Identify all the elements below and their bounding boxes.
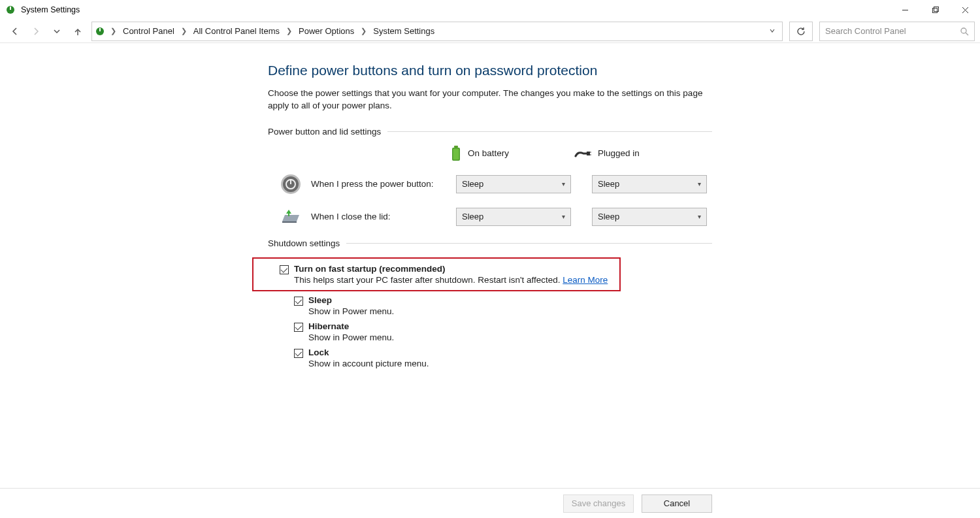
column-label: On battery <box>468 148 509 158</box>
close-lid-icon <box>280 206 302 228</box>
page-title: Define power buttons and turn on passwor… <box>268 63 712 78</box>
select-value: Sleep <box>462 179 483 189</box>
window-title: System Settings <box>21 5 80 14</box>
checkbox-label: Sleep <box>308 295 394 305</box>
svg-rect-4 <box>934 7 938 11</box>
setting-fast-startup: Turn on fast startup (recommended) This … <box>253 263 619 286</box>
chevron-right-icon: ❯ <box>109 27 118 35</box>
power-button-plugged-select[interactable]: Sleep ▾ <box>592 175 707 193</box>
checkbox-description: Show in Power menu. <box>308 331 394 342</box>
svg-point-10 <box>961 28 966 33</box>
battery-icon <box>451 146 461 161</box>
checkbox-hibernate[interactable] <box>294 323 303 332</box>
setting-sleep: Sleep Show in Power menu. <box>268 294 712 317</box>
cancel-button[interactable]: Cancel <box>642 494 712 513</box>
close-lid-plugged-select[interactable]: Sleep ▾ <box>592 208 707 226</box>
column-on-battery: On battery <box>451 146 509 161</box>
close-button[interactable] <box>950 0 980 20</box>
page-description: Choose the power settings that you want … <box>268 88 712 112</box>
minimize-button[interactable] <box>890 0 920 20</box>
chevron-right-icon: ❯ <box>359 27 368 35</box>
forward-button[interactable] <box>29 24 43 39</box>
svg-rect-15 <box>587 152 590 155</box>
up-button[interactable] <box>71 24 85 39</box>
svg-rect-1 <box>10 7 11 10</box>
checkbox-fast-startup[interactable] <box>280 265 289 274</box>
checkbox-lock[interactable] <box>294 349 303 358</box>
section-header-label: Power button and lid settings <box>268 127 381 137</box>
chevron-down-icon: ▾ <box>562 180 565 187</box>
checkbox-label: Lock <box>308 348 429 357</box>
checkbox-description: Show in Power menu. <box>308 305 394 316</box>
row-close-lid: When I close the lid: Sleep ▾ Sleep ▾ <box>268 206 712 228</box>
title-bar: System Settings <box>0 0 980 20</box>
power-button-battery-select[interactable]: Sleep ▾ <box>456 175 571 193</box>
setting-lock: Lock Show in account picture menu. <box>268 346 712 370</box>
control-panel-icon <box>95 26 105 37</box>
chevron-down-icon: ▾ <box>698 180 701 187</box>
divider <box>346 243 712 244</box>
row-label: When I press the power button: <box>311 179 447 189</box>
checkbox-sleep[interactable] <box>294 297 303 306</box>
chevron-down-icon: ▾ <box>562 213 565 220</box>
section-header-power-lid: Power button and lid settings <box>268 127 712 137</box>
close-lid-battery-select[interactable]: Sleep ▾ <box>456 208 571 226</box>
navigation-toolbar: ❯ Control Panel ❯ All Control Panel Item… <box>0 20 980 43</box>
power-button-icon <box>280 173 302 195</box>
svg-rect-3 <box>932 8 937 12</box>
address-dropdown-button[interactable] <box>766 26 778 36</box>
row-label: When I close the lid: <box>311 212 447 221</box>
select-value: Sleep <box>598 212 619 221</box>
content-area: Define power buttons and turn on passwor… <box>0 43 980 488</box>
select-value: Sleep <box>462 212 483 221</box>
footer-buttons: Save changes Cancel <box>0 488 980 518</box>
shutdown-settings-list: Turn on fast startup (recommended) This … <box>268 257 712 370</box>
chevron-down-icon: ▾ <box>698 213 701 220</box>
app-icon <box>5 5 16 15</box>
checkbox-label: Turn on fast startup (recommended) <box>294 264 608 274</box>
breadcrumb-item[interactable]: All Control Panel Items <box>191 25 282 37</box>
chevron-right-icon: ❯ <box>285 27 293 35</box>
column-label: Plugged in <box>598 148 640 158</box>
svg-marker-22 <box>282 215 299 221</box>
svg-rect-14 <box>453 148 459 159</box>
svg-rect-25 <box>288 214 289 216</box>
back-button[interactable] <box>8 24 22 39</box>
select-value: Sleep <box>598 179 619 189</box>
checkbox-description: Show in account picture menu. <box>308 357 429 368</box>
checkbox-label: Hibernate <box>308 321 394 331</box>
highlighted-setting: Turn on fast startup (recommended) This … <box>252 257 621 291</box>
plug-icon <box>574 148 591 159</box>
svg-marker-24 <box>286 210 291 214</box>
section-header-shutdown: Shutdown settings <box>268 238 712 248</box>
section-header-label: Shutdown settings <box>268 238 340 248</box>
divider <box>387 131 712 132</box>
breadcrumb-item[interactable]: Power Options <box>296 25 357 37</box>
save-changes-button[interactable]: Save changes <box>563 494 634 513</box>
column-headers: On battery Plugged in <box>268 146 712 161</box>
breadcrumb-item[interactable]: Control Panel <box>120 25 177 37</box>
svg-rect-9 <box>99 28 101 31</box>
search-input[interactable] <box>825 26 960 36</box>
learn-more-link[interactable]: Learn More <box>563 275 608 285</box>
search-box[interactable] <box>819 22 975 41</box>
column-plugged-in: Plugged in <box>574 148 640 159</box>
maximize-button[interactable] <box>920 0 950 20</box>
svg-rect-12 <box>454 146 458 148</box>
checkbox-description: This helps start your PC faster after sh… <box>294 274 608 285</box>
row-power-button: When I press the power button: Sleep ▾ S… <box>268 173 712 195</box>
search-icon <box>960 27 969 36</box>
breadcrumb-item[interactable]: System Settings <box>370 25 437 37</box>
refresh-button[interactable] <box>789 22 813 41</box>
recent-locations-button[interactable] <box>50 24 64 39</box>
svg-marker-23 <box>282 221 297 223</box>
setting-hibernate: Hibernate Show in Power menu. <box>268 320 712 344</box>
address-bar[interactable]: ❯ Control Panel ❯ All Control Panel Item… <box>91 22 783 41</box>
chevron-right-icon: ❯ <box>180 27 188 35</box>
svg-line-11 <box>966 33 968 35</box>
